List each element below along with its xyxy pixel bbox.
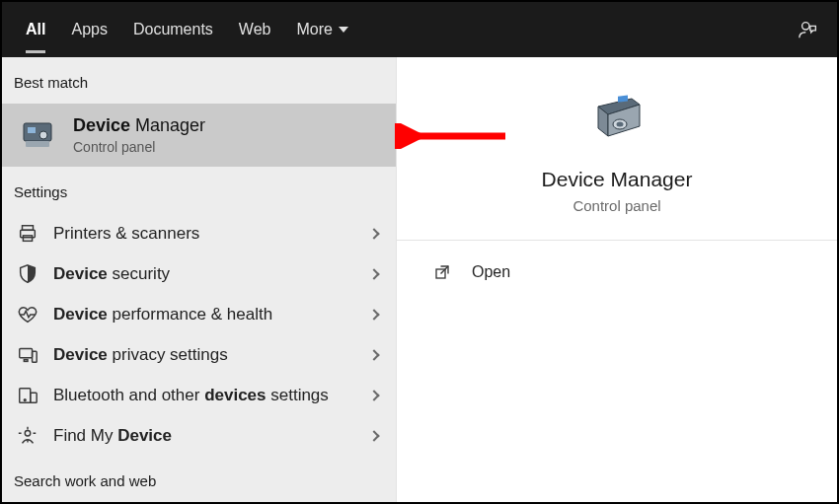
tab-label: Web <box>239 21 271 38</box>
setting-label: Printers & scanners <box>53 224 356 244</box>
tab-apps[interactable]: Apps <box>71 2 107 57</box>
open-icon <box>432 262 452 282</box>
svg-rect-9 <box>24 359 28 361</box>
search-topbar: All Apps Documents Web More <box>2 2 837 57</box>
privacy-icon <box>16 343 39 367</box>
best-match-subtitle: Control panel <box>73 139 205 155</box>
svg-point-20 <box>617 122 624 127</box>
setting-printers-scanners[interactable]: Printers & scanners <box>2 213 396 253</box>
setting-label: Device security <box>53 264 356 284</box>
chevron-right-icon <box>368 430 379 441</box>
heart-icon <box>16 303 39 326</box>
setting-device-security[interactable]: Device security <box>2 253 396 294</box>
setting-find-my-device[interactable]: Find My Device <box>2 415 396 456</box>
tab-more[interactable]: More <box>296 2 347 57</box>
find-icon <box>16 424 39 448</box>
detail-pane: Device Manager Control panel Open <box>397 57 837 502</box>
setting-device-privacy[interactable]: Device privacy settings <box>2 334 396 375</box>
svg-point-0 <box>802 23 809 30</box>
settings-header: Settings <box>2 167 396 213</box>
feedback-icon[interactable] <box>798 19 819 40</box>
chevron-down-icon <box>339 27 348 33</box>
bluetooth-icon <box>16 384 39 407</box>
setting-bluetooth-devices[interactable]: Bluetooth and other devices settings <box>2 375 396 415</box>
setting-device-performance[interactable]: Device performance & health <box>2 294 396 334</box>
svg-rect-12 <box>31 393 37 402</box>
filter-tabs: All Apps Documents Web More <box>26 2 348 57</box>
setting-label: Device performance & health <box>53 305 356 324</box>
svg-point-13 <box>24 398 26 400</box>
svg-rect-8 <box>20 348 33 357</box>
detail-title: Device Manager <box>542 168 693 191</box>
results-left-column: Best match Device Manager Control panel … <box>2 57 397 502</box>
chevron-right-icon <box>368 228 379 239</box>
best-match-text: Device Manager Control panel <box>73 115 205 155</box>
setting-label: Find My Device <box>53 426 356 446</box>
tab-web[interactable]: Web <box>239 2 271 57</box>
tab-all[interactable]: All <box>26 2 45 57</box>
tab-label: All <box>26 21 45 38</box>
setting-label: Bluetooth and other devices settings <box>53 386 356 405</box>
tab-label: Documents <box>133 21 213 38</box>
chevron-right-icon <box>368 390 379 400</box>
search-results-main: Best match Device Manager Control panel … <box>2 57 837 502</box>
search-work-web-header: Search work and web <box>2 456 396 502</box>
printer-icon <box>16 222 39 246</box>
action-open[interactable]: Open <box>397 241 837 304</box>
svg-rect-2 <box>28 127 36 133</box>
svg-rect-7 <box>23 235 32 241</box>
shield-icon <box>16 262 39 286</box>
action-label: Open <box>472 263 510 281</box>
svg-point-14 <box>25 430 31 436</box>
detail-subtitle: Control panel <box>572 197 660 214</box>
chevron-right-icon <box>368 309 379 320</box>
setting-label: Device privacy settings <box>53 345 356 365</box>
detail-header: Device Manager Control panel <box>397 57 837 241</box>
best-match-item[interactable]: Device Manager Control panel <box>2 104 396 167</box>
chevron-right-icon <box>368 349 379 360</box>
svg-point-3 <box>39 131 47 139</box>
device-manager-large-icon <box>588 91 646 148</box>
best-match-title: Device Manager <box>73 115 205 136</box>
svg-rect-4 <box>26 141 49 147</box>
best-match-header: Best match <box>2 57 396 104</box>
tab-label: More <box>296 21 332 38</box>
device-manager-icon <box>20 117 55 153</box>
svg-rect-10 <box>33 351 38 362</box>
tab-documents[interactable]: Documents <box>133 2 213 57</box>
chevron-right-icon <box>368 268 379 279</box>
tab-label: Apps <box>71 21 107 38</box>
